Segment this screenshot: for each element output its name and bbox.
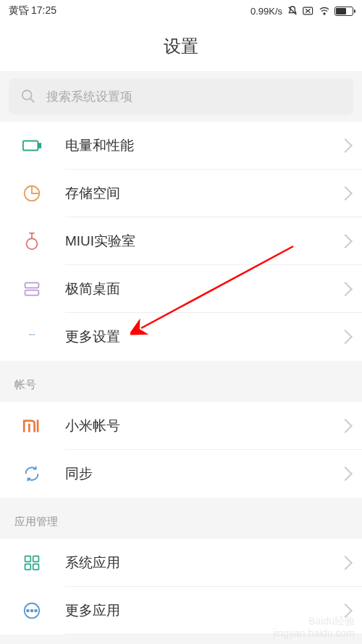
svg-rect-21 (33, 564, 39, 570)
settings-group-account: 小米帐号 同步 (0, 402, 362, 498)
svg-rect-8 (38, 143, 41, 148)
svg-rect-13 (25, 283, 39, 288)
header: 设置 (0, 22, 362, 71)
svg-rect-18 (25, 556, 31, 562)
svg-line-6 (30, 99, 35, 103)
item-storage[interactable]: 存储空间 (0, 170, 362, 217)
chevron-right-icon (338, 419, 353, 433)
svg-point-24 (31, 610, 33, 612)
chevron-right-icon (338, 234, 353, 248)
item-sync[interactable]: 同步 (0, 450, 362, 498)
apps-icon (22, 553, 42, 573)
item-label: 小米帐号 (65, 417, 340, 435)
watermark-line2: jingyan.baidu.com (273, 627, 355, 640)
svg-point-16 (31, 334, 33, 335)
item-label: 更多设置 (65, 327, 340, 346)
svg-rect-20 (25, 564, 31, 570)
status-right: 0.99K/s (251, 5, 353, 17)
item-miui-lab[interactable]: MIUI实验室 (0, 217, 362, 265)
more-icon (22, 327, 42, 347)
data-rate: 0.99K/s (251, 6, 282, 17)
lab-icon (22, 231, 42, 251)
svg-point-23 (27, 610, 29, 612)
watermark-line1: Baidu经验 (273, 615, 355, 627)
item-mi-account[interactable]: 小米帐号 (0, 402, 362, 450)
wifi-icon (319, 5, 330, 17)
svg-point-25 (35, 610, 37, 612)
chevron-right-icon (338, 556, 353, 570)
mi-icon (22, 416, 42, 436)
item-label: 极简桌面 (65, 280, 340, 298)
time: 17:25 (31, 4, 56, 17)
sim-icon (303, 5, 314, 17)
chevron-right-icon (338, 330, 353, 344)
battery-icon (334, 7, 353, 16)
item-simple-launcher[interactable]: 极简桌面 (0, 265, 362, 313)
storage-icon (22, 183, 42, 204)
sync-icon (22, 464, 42, 484)
settings-group-1: 电量和性能 存储空间 MIUI实验室 (0, 122, 362, 361)
svg-rect-7 (23, 141, 38, 150)
item-label: 电量和性能 (65, 136, 340, 155)
section-header-apps: 应用管理 (0, 505, 362, 539)
status-bar: 黄昏 17:25 0.99K/s (0, 0, 362, 22)
chevron-right-icon (338, 467, 353, 481)
svg-rect-14 (25, 290, 39, 296)
svg-point-15 (29, 334, 30, 335)
svg-point-4 (324, 13, 325, 14)
chevron-right-icon (338, 138, 353, 153)
mute-icon (287, 5, 298, 17)
search-placeholder: 搜索系统设置项 (46, 88, 132, 105)
item-system-apps[interactable]: 系统应用 (0, 539, 362, 587)
time-prefix: 黄昏 (9, 4, 29, 17)
watermark: Baidu经验 jingyan.baidu.com (273, 615, 355, 640)
item-more-settings[interactable]: 更多设置 (0, 313, 362, 361)
more-apps-icon (22, 601, 42, 621)
svg-point-10 (27, 238, 38, 249)
launcher-icon (22, 279, 42, 299)
chevron-right-icon (338, 282, 353, 296)
section-header-account: 帐号 (0, 368, 362, 402)
battery-perf-icon (22, 135, 42, 156)
item-label: MIUI实验室 (65, 232, 340, 251)
item-label: 存储空间 (65, 184, 340, 203)
svg-point-5 (22, 91, 32, 100)
item-label: 系统应用 (65, 553, 340, 572)
svg-point-17 (33, 334, 35, 335)
chevron-right-icon (338, 186, 353, 201)
svg-rect-19 (33, 556, 39, 562)
item-battery-performance[interactable]: 电量和性能 (0, 122, 362, 170)
search-input[interactable]: 搜索系统设置项 (9, 78, 353, 114)
search-icon (20, 88, 36, 104)
page-title: 设置 (0, 35, 362, 58)
status-time: 黄昏 17:25 (9, 4, 56, 17)
item-label: 同步 (65, 464, 340, 483)
